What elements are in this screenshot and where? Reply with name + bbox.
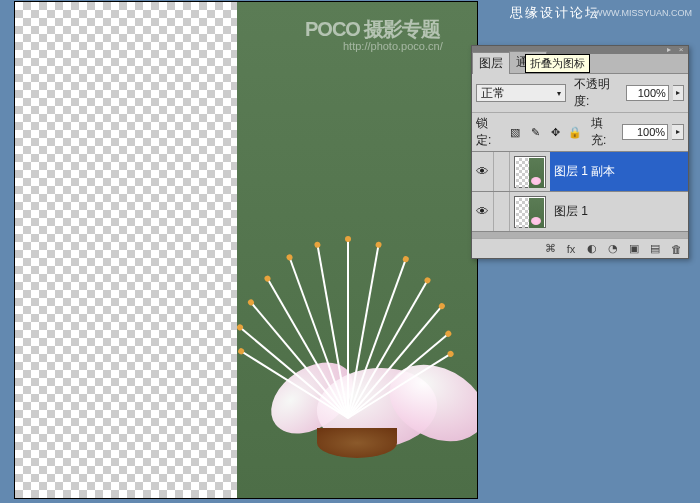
opacity-label: 不透明度: [574, 76, 622, 110]
mask-icon[interactable]: ◐ [583, 241, 601, 257]
image-layer [237, 2, 477, 498]
lock-label: 锁定: [476, 115, 503, 149]
eye-icon: 👁 [476, 164, 489, 179]
link-column[interactable] [494, 152, 510, 191]
blend-mode-select[interactable]: 正常 ▾ [476, 84, 566, 102]
transparency-grid [15, 2, 237, 498]
watermark-poco: POCO 摄影专题 [305, 16, 440, 43]
collapse-tooltip: 折叠为图标 [525, 54, 590, 73]
close-icon[interactable]: × [676, 47, 686, 53]
fx-icon[interactable]: fx [562, 241, 580, 257]
lock-brush-icon[interactable]: ✎ [527, 124, 543, 140]
layer-name[interactable]: 图层 1 [550, 192, 688, 231]
watermark-poco-url: http://photo.poco.cn/ [343, 40, 443, 52]
new-layer-icon[interactable]: ▤ [646, 241, 664, 257]
opacity-input[interactable]: 100% [626, 85, 669, 101]
link-layers-icon[interactable]: ⌘ [541, 241, 559, 257]
lock-all-icon[interactable]: 🔒 [567, 124, 583, 140]
lock-fill-row: 锁定: ▧ ✎ ✥ 🔒 填充: 100% ▸ [472, 112, 688, 152]
tab-layers[interactable]: 图层 [472, 52, 510, 74]
layer-row[interactable]: 👁 图层 1 副本 [472, 152, 688, 192]
panel-tabs: 图层 通道 折叠为图标 [472, 54, 688, 74]
layer-thumbnail[interactable] [514, 156, 546, 188]
watermark-missyuan: WWW.MISSYUAN.COM [594, 8, 692, 18]
layer-row[interactable]: 👁 图层 1 [472, 192, 688, 232]
layer-name[interactable]: 图层 1 副本 [550, 152, 688, 191]
flower-graphic [257, 268, 477, 468]
link-column[interactable] [494, 192, 510, 231]
trash-icon[interactable]: 🗑 [667, 241, 685, 257]
fill-slider-icon[interactable]: ▸ [672, 124, 684, 140]
document-canvas[interactable]: POCO 摄影专题 http://photo.poco.cn/ [14, 1, 478, 499]
fill-input[interactable]: 100% [622, 124, 668, 140]
lock-move-icon[interactable]: ✥ [547, 124, 563, 140]
blend-opacity-row: 正常 ▾ 不透明度: 100% ▸ [472, 74, 688, 112]
layer-thumbnail[interactable] [514, 196, 546, 228]
group-icon[interactable]: ▣ [625, 241, 643, 257]
watermark-siyuan: 思缘设计论坛 [510, 4, 600, 22]
opacity-slider-icon[interactable]: ▸ [673, 85, 684, 101]
visibility-toggle[interactable]: 👁 [472, 192, 494, 231]
panel-menu-icon[interactable]: ▸ [664, 47, 674, 53]
panel-footer: ⌘ fx ◐ ◔ ▣ ▤ 🗑 [472, 238, 688, 258]
chevron-down-icon: ▾ [557, 89, 561, 98]
eye-icon: 👁 [476, 204, 489, 219]
fill-label: 填充: [591, 115, 618, 149]
layers-panel: ▸ × 图层 通道 折叠为图标 正常 ▾ 不透明度: 100% ▸ 锁定: ▧ … [471, 45, 689, 259]
layers-list: 👁 图层 1 副本 👁 图层 1 [472, 152, 688, 238]
blend-mode-value: 正常 [481, 85, 505, 102]
lock-pixel-icon[interactable]: ▧ [507, 124, 523, 140]
visibility-toggle[interactable]: 👁 [472, 152, 494, 191]
adjustment-icon[interactable]: ◔ [604, 241, 622, 257]
